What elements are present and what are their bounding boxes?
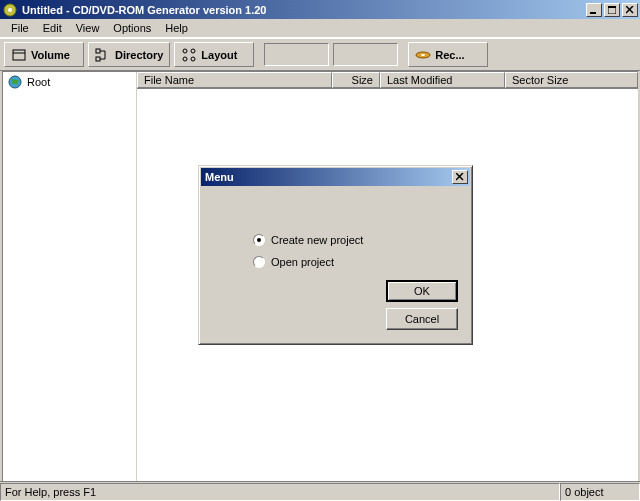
dialog-buttons: OK Cancel — [386, 280, 458, 330]
toolbar-field-2 — [333, 43, 398, 66]
svg-point-19 — [421, 54, 425, 56]
volume-icon — [11, 47, 27, 63]
tree-pane[interactable]: Root — [3, 72, 137, 482]
svg-rect-2 — [590, 12, 596, 14]
svg-rect-9 — [96, 49, 100, 53]
radio-open-row[interactable]: Open project — [253, 256, 452, 268]
rec-label: Rec... — [435, 49, 464, 61]
window-title: Untitled - CD/DVD-ROM Generator version … — [22, 4, 584, 16]
directory-button[interactable]: Directory — [88, 42, 170, 67]
menu-edit[interactable]: Edit — [36, 20, 69, 36]
titlebar: Untitled - CD/DVD-ROM Generator version … — [0, 0, 640, 19]
status-help: For Help, press F1 — [0, 483, 560, 501]
svg-point-14 — [183, 49, 187, 53]
radio-create-label: Create new project — [271, 234, 363, 246]
menu-file[interactable]: File — [4, 20, 36, 36]
layout-icon — [181, 47, 197, 63]
minimize-button[interactable] — [586, 3, 602, 17]
menu-options[interactable]: Options — [106, 20, 158, 36]
col-filename[interactable]: File Name — [137, 72, 332, 88]
toolbar: Volume Directory Layout Rec... — [0, 38, 640, 71]
toolbar-field-1 — [264, 43, 329, 66]
maximize-button[interactable] — [604, 3, 620, 17]
dialog-titlebar: Menu — [201, 168, 470, 186]
radio-create[interactable] — [253, 234, 265, 246]
list-header: File Name Size Last Modified Sector Size — [137, 72, 638, 89]
ok-button[interactable]: OK — [386, 280, 458, 302]
directory-icon — [95, 47, 111, 63]
cancel-button[interactable]: Cancel — [386, 308, 458, 330]
menu-dialog: Menu Create new project Open project OK … — [198, 165, 473, 345]
rec-icon — [415, 47, 431, 63]
volume-button[interactable]: Volume — [4, 42, 84, 67]
volume-label: Volume — [31, 49, 70, 61]
dialog-title: Menu — [205, 171, 234, 183]
svg-rect-4 — [608, 6, 616, 8]
dialog-body: Create new project Open project OK Cance… — [199, 188, 472, 344]
radio-create-row[interactable]: Create new project — [253, 234, 452, 246]
tree-root-label: Root — [27, 76, 50, 88]
col-size[interactable]: Size — [332, 72, 380, 88]
layout-button[interactable]: Layout — [174, 42, 254, 67]
globe-icon — [7, 74, 23, 90]
layout-label: Layout — [201, 49, 237, 61]
col-sector[interactable]: Sector Size — [505, 72, 638, 88]
radio-open[interactable] — [253, 256, 265, 268]
rec-button[interactable]: Rec... — [408, 42, 488, 67]
dialog-close-button[interactable] — [452, 170, 468, 184]
menu-view[interactable]: View — [69, 20, 107, 36]
radio-open-label: Open project — [271, 256, 334, 268]
close-button[interactable] — [622, 3, 638, 17]
svg-point-15 — [191, 49, 195, 53]
svg-rect-10 — [96, 57, 100, 61]
col-lastmod[interactable]: Last Modified — [380, 72, 505, 88]
window-buttons — [584, 3, 638, 17]
svg-point-16 — [183, 57, 187, 61]
statusbar: For Help, press F1 0 object — [0, 481, 640, 501]
tree-root-item[interactable]: Root — [3, 72, 136, 92]
svg-point-17 — [191, 57, 195, 61]
directory-label: Directory — [115, 49, 163, 61]
menu-help[interactable]: Help — [158, 20, 195, 36]
app-icon — [2, 2, 18, 18]
svg-rect-7 — [13, 50, 25, 60]
status-objects: 0 object — [560, 483, 640, 501]
svg-point-1 — [8, 8, 12, 12]
menubar: File Edit View Options Help — [0, 19, 640, 38]
